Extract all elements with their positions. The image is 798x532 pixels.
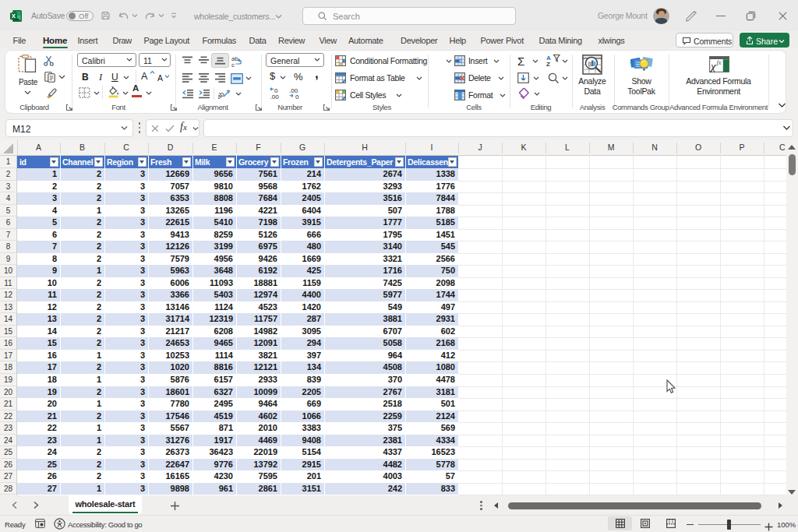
svg-text:c: c bbox=[231, 62, 235, 68]
svg-text:Z: Z bbox=[546, 61, 550, 66]
svg-text:.00: .00 bbox=[270, 93, 280, 100]
svg-text:χ: χ bbox=[709, 60, 716, 72]
svg-text:0: 0 bbox=[295, 93, 299, 100]
svg-text:fx: fx bbox=[717, 58, 722, 66]
